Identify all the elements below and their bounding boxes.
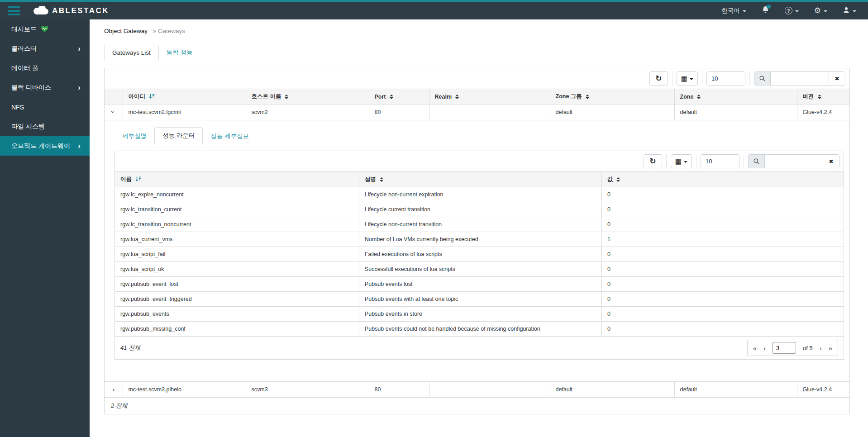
- sidebar-item-label: NFS: [11, 104, 24, 111]
- counter-row[interactable]: rgw.pubsub_missing_conf Pubsub events co…: [115, 322, 844, 337]
- cell-zonegroup: default: [550, 382, 674, 398]
- collapse-row-button[interactable]: ›: [105, 104, 123, 120]
- tab-overall-performance[interactable]: 통합 성능: [159, 44, 200, 61]
- refresh-button[interactable]: ↻: [644, 154, 662, 168]
- first-page-button[interactable]: «: [753, 345, 757, 352]
- column-header-version[interactable]: 버전: [797, 89, 849, 104]
- last-page-button[interactable]: »: [829, 345, 832, 352]
- tab-performance-counters[interactable]: 성능 카운터: [154, 127, 203, 144]
- search-input[interactable]: [771, 72, 829, 85]
- page-size-input[interactable]: [706, 71, 745, 86]
- cell-value: 0: [601, 292, 844, 307]
- page-size-input[interactable]: [701, 154, 739, 168]
- sidebar-item-block-devices[interactable]: 블럭 디바이스 ›: [0, 78, 90, 97]
- cell-port: 80: [369, 382, 429, 398]
- column-header-zonegroup[interactable]: Zone 그룹: [550, 89, 674, 104]
- counter-row[interactable]: rgw.lua_script_ok Successfull executions…: [115, 262, 844, 277]
- column-header-host[interactable]: 호스트 이름: [246, 89, 369, 104]
- page-tabs: Gateways List 통합 성능: [104, 44, 850, 61]
- cell-name: rgw.lua_script_ok: [115, 262, 359, 277]
- gateway-detail-row: 세부설명 성능 카운터 성능 세부정보 ↻: [105, 120, 849, 382]
- gateway-row-scvm3[interactable]: › mc-test.scvm3.piheio scvm3 80 default …: [105, 382, 849, 398]
- counter-row[interactable]: rgw.pubsub_event_triggered Pubsub events…: [115, 292, 844, 307]
- cell-zone: default: [674, 382, 797, 398]
- cell-description: Pubsub events with at least one topic: [359, 292, 601, 307]
- sidebar-item-object-gateway[interactable]: 오브젝트 게이트웨이 ›: [0, 136, 90, 156]
- gateway-row-scvm2[interactable]: › mc-test.scvm2.lgcmli scvm2 80 default …: [105, 104, 849, 120]
- cell-id: mc-test.scvm2.lgcmli: [123, 104, 246, 120]
- brand-logo[interactable]: ABLESTACK: [33, 6, 109, 15]
- sidebar-item-filesystem[interactable]: 파일 시스템: [0, 117, 90, 136]
- cell-host: scvm2: [246, 104, 369, 120]
- counters-toolbar: ↻ ▦: [115, 151, 844, 171]
- search-input[interactable]: [765, 155, 823, 168]
- breadcrumb-page: » Gateways: [153, 28, 185, 34]
- close-icon: ✖: [835, 76, 839, 82]
- help-icon: ?: [785, 7, 792, 14]
- expand-row-button[interactable]: ›: [105, 382, 123, 398]
- hamburger-menu-icon[interactable]: [8, 6, 20, 15]
- cell-name: rgw.lua_script_fail: [115, 247, 359, 262]
- language-selector[interactable]: 한국어: [721, 7, 746, 15]
- sidebar: 대시보드 클러스터 › 데이터 풀 블럭 디바이스 › NFS 파일 시스템 오…: [0, 19, 90, 437]
- counter-row[interactable]: rgw.lua_current_vms Number of Lua VMs cu…: [115, 232, 844, 247]
- column-header-description[interactable]: 설명: [359, 172, 601, 187]
- clear-search-button[interactable]: ✖: [829, 72, 845, 85]
- column-toggle-button[interactable]: ▦: [671, 154, 692, 168]
- column-header-id[interactable]: 아이디: [123, 89, 246, 104]
- sort-amount-icon: [135, 176, 141, 183]
- cell-description: Pubsub events lost: [359, 277, 601, 292]
- cell-name: rgw.pubsub_event_lost: [115, 277, 359, 292]
- column-toggle-button[interactable]: ▦: [677, 71, 698, 86]
- caret-down-icon: [743, 10, 746, 12]
- previous-page-button[interactable]: ‹: [763, 345, 766, 352]
- column-header-value[interactable]: 값: [601, 172, 844, 187]
- tab-performance-details[interactable]: 성능 세부정보: [203, 128, 257, 144]
- clear-search-button[interactable]: ✖: [823, 155, 839, 168]
- counter-row[interactable]: rgw.lc_transition_noncurrent Lifecycle n…: [115, 217, 844, 232]
- sidebar-item-dashboard[interactable]: 대시보드: [0, 19, 90, 39]
- column-header-port[interactable]: Port: [369, 89, 429, 104]
- tab-details[interactable]: 세부설명: [114, 128, 154, 144]
- toolbar-divider: [702, 71, 702, 86]
- gateways-total-label: 2 전체: [105, 397, 849, 414]
- column-header-realm[interactable]: Realm: [429, 89, 550, 104]
- column-label: Zone 그룹: [556, 93, 582, 100]
- sidebar-item-pools[interactable]: 데이터 풀: [0, 58, 90, 78]
- sidebar-item-nfs[interactable]: NFS: [0, 97, 90, 117]
- counter-row[interactable]: rgw.lc_transition_current Lifecycle curr…: [115, 202, 844, 217]
- column-header-zone[interactable]: Zone: [674, 89, 797, 104]
- counters-table: 이름 설명: [115, 171, 844, 336]
- total-count-label: 41 전체: [120, 344, 140, 352]
- cell-name: rgw.pubsub_missing_conf: [115, 322, 359, 337]
- caret-down-icon: [690, 78, 693, 80]
- notifications-button[interactable]: [762, 6, 769, 15]
- counters-table-card: ↻ ▦: [114, 151, 844, 360]
- counter-row[interactable]: rgw.lua_script_fail Failed executions of…: [115, 247, 844, 262]
- caret-down-icon: [795, 10, 799, 12]
- tab-gateways-list[interactable]: Gateways List: [104, 45, 159, 61]
- sidebar-item-cluster[interactable]: 클러스터 ›: [0, 39, 90, 58]
- counter-row[interactable]: rgw.pubsub_event_lost Pubsub events lost…: [115, 277, 844, 292]
- page-number-input[interactable]: [773, 342, 796, 354]
- cell-value: 0: [601, 322, 844, 337]
- next-page-button[interactable]: ›: [820, 345, 822, 352]
- refresh-button[interactable]: ↻: [649, 71, 668, 86]
- column-label: 아이디: [129, 93, 146, 100]
- column-label: 버전: [803, 93, 814, 100]
- column-header-name[interactable]: 이름: [115, 172, 359, 187]
- table-grid-icon: ▦: [675, 158, 682, 165]
- cell-value: 0: [601, 307, 844, 322]
- settings-menu[interactable]: ⚙: [814, 7, 827, 14]
- help-menu[interactable]: ?: [785, 7, 799, 14]
- cell-description: Lifecycle current transition: [359, 202, 601, 217]
- search-icon: [754, 72, 771, 85]
- counter-row[interactable]: rgw.lc_expire_noncurrent Lifecycle non-c…: [115, 187, 844, 202]
- sort-icon: [380, 177, 383, 182]
- counter-row[interactable]: rgw.pubsub_events Pubsub events in store…: [115, 307, 844, 322]
- chevron-right-icon: ›: [112, 386, 114, 393]
- cell-value: 0: [601, 247, 844, 262]
- cell-realm: [429, 382, 550, 398]
- user-menu[interactable]: [843, 6, 856, 15]
- cell-name: rgw.pubsub_events: [115, 307, 359, 322]
